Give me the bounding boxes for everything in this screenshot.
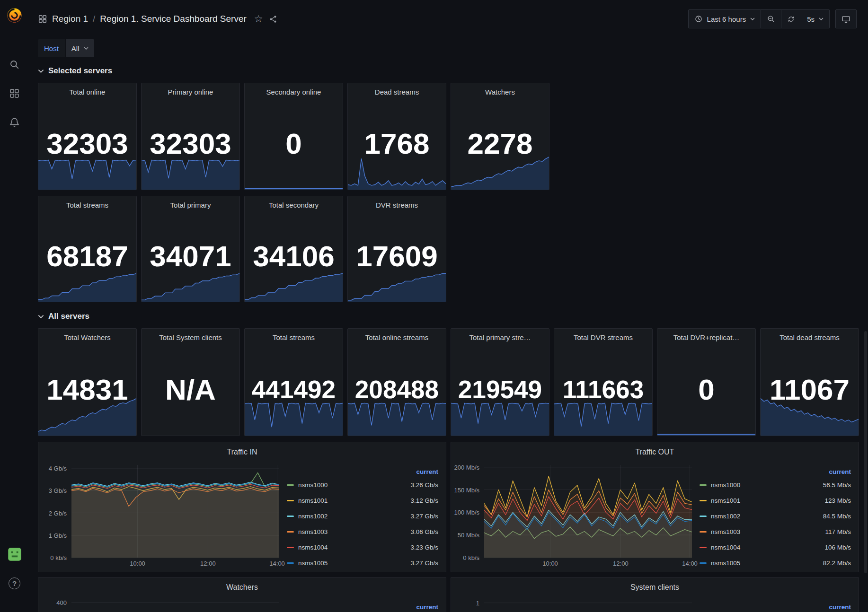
- stat-panel-title[interactable]: Total primary: [142, 201, 239, 209]
- stat-panel-title[interactable]: Total primary stre…: [451, 333, 549, 341]
- zoom-out-time-button[interactable]: [761, 9, 781, 28]
- series-current-value: 3.26 Gb/s: [410, 481, 438, 489]
- legend-item: nsms10053.27 Gb/s: [287, 555, 438, 570]
- series-color-marker: [700, 547, 707, 548]
- series-name[interactable]: nsms1001: [298, 497, 328, 504]
- x-tick-label: 10:00: [130, 560, 145, 567]
- help-icon[interactable]: ?: [5, 574, 24, 593]
- top-navigation: Region 1 / Region 1. Service Dashboard S…: [29, 0, 868, 38]
- refresh-icon: [787, 15, 795, 23]
- chevron-down-icon: [84, 47, 89, 50]
- stat-panel: Total dead streams11067: [760, 328, 859, 436]
- time-range-picker[interactable]: Last 6 hours: [688, 9, 762, 28]
- series-name[interactable]: nsms1004: [298, 544, 328, 551]
- y-tick-label: 0 kb/s: [50, 554, 67, 561]
- stat-value: 219549: [451, 343, 549, 436]
- share-icon[interactable]: [269, 15, 278, 24]
- series-name[interactable]: nsms1000: [298, 481, 328, 489]
- series-name[interactable]: nsms1004: [711, 544, 740, 551]
- stat-panel-title[interactable]: Watchers: [451, 88, 549, 96]
- stat-panel-title[interactable]: Total online: [38, 88, 136, 96]
- legend-column-header[interactable]: current: [700, 601, 851, 612]
- series-name[interactable]: nsms1002: [298, 513, 328, 520]
- series-current-value: 117 Mb/s: [825, 528, 851, 535]
- stat-panel-title[interactable]: Total streams: [38, 201, 136, 209]
- stat-panel-title[interactable]: Total secondary: [245, 201, 343, 209]
- stat-panel-title[interactable]: Total System clients: [142, 333, 239, 341]
- refresh-button[interactable]: [781, 9, 801, 28]
- plot-region: 400: [41, 600, 279, 612]
- variable-value-dropdown[interactable]: All: [66, 39, 94, 57]
- series-name[interactable]: nsms1000: [711, 481, 740, 489]
- section-toggle-selected-servers[interactable]: Selected servers: [38, 66, 859, 76]
- legend-column-header[interactable]: current: [287, 466, 438, 477]
- stat-panel-title[interactable]: Dead streams: [348, 88, 446, 96]
- stat-panel: Total Watchers14831: [38, 328, 137, 436]
- series-current-value: 3.06 Gb/s: [410, 528, 438, 535]
- stat-panel-title[interactable]: Total dead streams: [761, 333, 859, 341]
- stat-panel-title[interactable]: Total DVR streams: [554, 333, 652, 341]
- variable-selected-value: All: [71, 44, 80, 52]
- legend-column-header[interactable]: current: [700, 466, 851, 477]
- panel-title[interactable]: Traffic OUT: [451, 442, 859, 462]
- y-tick-label: 0 kb/s: [463, 554, 479, 561]
- stat-panel-title[interactable]: DVR streams: [348, 201, 446, 209]
- favorite-star-icon[interactable]: ☆: [254, 13, 263, 25]
- legend-column-header[interactable]: current: [287, 601, 438, 612]
- section-toggle-all-servers[interactable]: All servers: [38, 312, 859, 321]
- y-axis-labels: 1: [454, 600, 484, 612]
- series-name[interactable]: nsms1003: [298, 528, 328, 535]
- series-name[interactable]: nsms1003: [711, 528, 740, 535]
- stat-panel: Total DVR streams111663: [554, 328, 653, 436]
- stat-row-selected-2: Total streams68187Total primary34071Tota…: [38, 196, 859, 302]
- x-tick-label: 12:00: [200, 560, 216, 567]
- stat-panel: Total secondary34106: [244, 196, 343, 302]
- stat-panel-title[interactable]: Total DVR+replicat…: [657, 333, 755, 341]
- chart-body: 0 kb/s1 Gb/s2 Gb/s3 Gb/s4 Gb/s10:0012:00…: [38, 462, 446, 572]
- stat-value: 111663: [554, 343, 652, 436]
- series-name[interactable]: nsms1005: [298, 560, 328, 567]
- panel-title[interactable]: Traffic IN: [38, 442, 446, 462]
- scrollbar-thumb[interactable]: [864, 331, 867, 573]
- stat-panel: Total streams441492: [244, 328, 343, 436]
- plot-region: 0 kb/s50 Mb/s100 Mb/s150 Mb/s200 Mb/s: [454, 465, 692, 558]
- user-avatar[interactable]: [5, 545, 24, 564]
- series-name[interactable]: nsms1002: [711, 513, 740, 520]
- alerting-bell-icon[interactable]: [5, 113, 24, 131]
- breadcrumb-root[interactable]: Region 1: [52, 14, 88, 24]
- stat-panel-title[interactable]: Secondary online: [245, 88, 343, 96]
- legend-item: nsms10033.06 Gb/s: [287, 524, 438, 540]
- stat-value: 0: [245, 97, 343, 190]
- stat-panel-title[interactable]: Primary online: [142, 88, 239, 96]
- plot-area: 0 kb/s1 Gb/s2 Gb/s3 Gb/s4 Gb/s10:0012:00…: [41, 462, 279, 570]
- stat-panel-title[interactable]: Total online streams: [348, 333, 446, 341]
- grafana-logo[interactable]: [5, 6, 24, 25]
- panel-traffic-in: Traffic IN0 kb/s1 Gb/s2 Gb/s3 Gb/s4 Gb/s…: [38, 442, 446, 572]
- series-name[interactable]: nsms1001: [711, 497, 740, 504]
- dashboards-icon[interactable]: [5, 84, 24, 103]
- stat-panel: Total DVR+replicat…0: [657, 328, 756, 436]
- series-current-value: 3.12 Gb/s: [410, 497, 438, 504]
- series-current-value: 106 Mb/s: [824, 544, 851, 551]
- stat-panel: DVR streams17609: [347, 196, 446, 302]
- dashboard-grid-icon[interactable]: [38, 14, 47, 24]
- kiosk-tv-button[interactable]: [835, 9, 857, 28]
- search-icon[interactable]: [5, 55, 24, 74]
- grafana-app: ? Region 1 / Region 1. Service Dashboard…: [0, 0, 868, 612]
- legend-item: nsms10023.27 Gb/s: [287, 508, 438, 524]
- stat-value: 1768: [348, 97, 446, 190]
- y-tick-label: 2 Gb/s: [49, 509, 67, 516]
- legend-item: nsms1001123 Mb/s: [700, 493, 851, 508]
- bottom-charts-row: Watchers400current System clients1curren…: [38, 577, 859, 612]
- stat-panel-title[interactable]: Total streams: [245, 333, 343, 341]
- series-name[interactable]: nsms1005: [711, 560, 740, 567]
- panel-title[interactable]: Watchers: [38, 577, 446, 597]
- chevron-down-icon: [819, 17, 824, 20]
- refresh-interval-dropdown[interactable]: 5s: [801, 9, 830, 28]
- stat-value: 14831: [38, 343, 136, 436]
- panel-title[interactable]: System clients: [451, 577, 859, 597]
- stat-panel-title[interactable]: Total Watchers: [38, 333, 136, 341]
- panel-watchers: Watchers400current: [38, 577, 446, 612]
- stat-value: 32303: [38, 97, 136, 190]
- y-tick-label: 200 Mb/s: [454, 463, 479, 471]
